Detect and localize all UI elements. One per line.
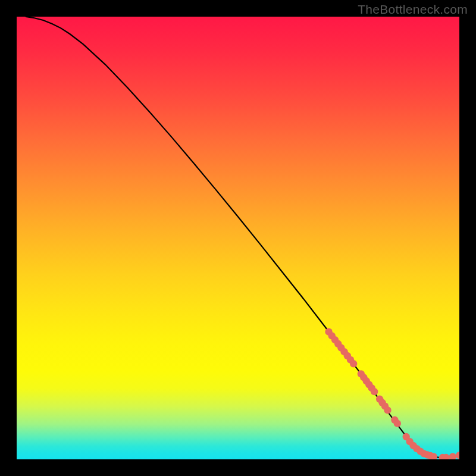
watermark-text: TheBottleneck.com bbox=[358, 2, 468, 17]
data-point bbox=[449, 453, 456, 459]
data-point bbox=[350, 360, 357, 367]
data-point bbox=[371, 388, 378, 395]
chart-svg bbox=[17, 17, 459, 459]
data-markers bbox=[325, 328, 459, 459]
data-point bbox=[456, 452, 459, 459]
data-point bbox=[394, 420, 401, 427]
bottleneck-curve bbox=[26, 17, 459, 458]
data-point bbox=[384, 406, 391, 414]
chart-area bbox=[17, 17, 459, 459]
